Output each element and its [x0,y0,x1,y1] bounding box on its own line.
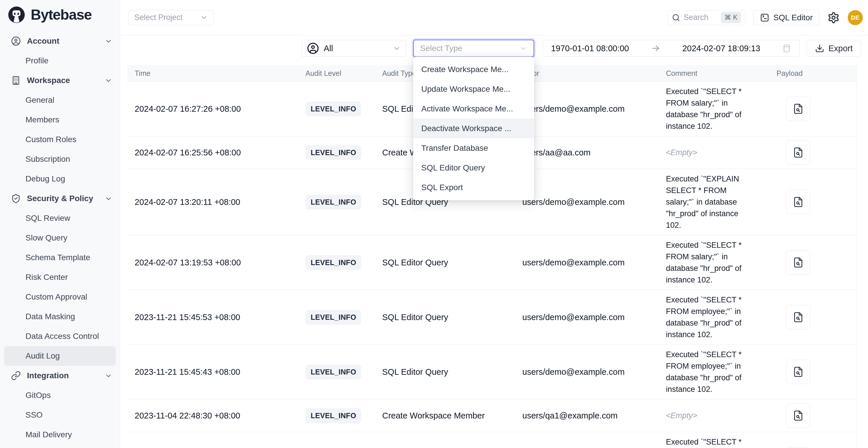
cell-time: 2023-11-21 15:45:43 +08:00 [127,367,298,377]
file-search-icon [793,147,804,158]
brand-logo[interactable]: Bytebase [0,0,120,29]
user-circle-icon [11,36,21,46]
project-select-value: Select Project [134,13,183,22]
date-from-value[interactable]: 1970-01-01 08:00:00 [551,44,629,53]
table-row[interactable]: 2023-11-21 15:45:53 +08:00 LEVEL_INFO SQ… [127,290,857,344]
sql-editor-label: SQL Editor [773,13,813,22]
sidebar-item-subscription[interactable]: Subscription [4,149,116,169]
table-row[interactable]: 2023-11-04 01:06:24 +08:00 LEVEL_INFO SQ… [127,432,857,448]
sidebar-item-custom-roles[interactable]: Custom Roles [4,130,116,149]
cell-comment: Executed `"SELECT * FROM employee;"` in … [660,349,764,395]
sidebar-section-security-policy[interactable]: Security & Policy [0,189,120,209]
topbar: Select Project Search ⌘ K SQ [120,0,868,35]
sidebar-section-label: Account [27,36,59,46]
payload-view-button[interactable] [786,140,810,165]
cell-comment: Executed `"SELECT * FROM employee;"` in … [660,294,764,340]
sidebar-item-general[interactable]: General [4,90,116,110]
cell-audit-level: LEVEL_INFO [298,255,376,270]
dropdown-option-transfer-database[interactable]: Transfer Database [413,138,534,158]
file-search-icon [793,312,804,323]
column-header-actor: Actor [515,69,660,77]
cell-actor: users/demo@example.com [515,367,660,377]
project-select[interactable]: Select Project [128,10,214,25]
gear-icon[interactable] [828,11,840,24]
file-search-icon [793,257,804,268]
table-row[interactable]: 2023-11-21 15:45:43 +08:00 LEVEL_INFO SQ… [127,344,857,399]
cell-actor: users/qa1@example.com [515,411,660,420]
sidebar-section-integration[interactable]: Integration [0,366,120,385]
search-input[interactable]: Search ⌘ K [668,10,745,25]
sidebar-item-data-access-control[interactable]: Data Access Control [4,326,116,346]
payload-view-button[interactable] [786,190,810,214]
level-badge: LEVEL_INFO [305,195,361,210]
shield-check-icon [11,194,21,203]
sidebar-section-archived[interactable]: Archived [0,445,120,448]
sidebar-item-schema-template[interactable]: Schema Template [4,248,116,267]
sidebar-item-sql-review[interactable]: SQL Review [4,209,116,228]
cell-time: 2024-02-07 16:27:26 +08:00 [127,104,298,114]
cell-payload [764,404,857,428]
date-range-picker[interactable]: 1970-01-01 08:00:00 2024-02-07 18:09:13 [542,40,800,57]
payload-view-button[interactable] [786,250,810,275]
actor-filter-select[interactable]: All [301,40,406,57]
cell-comment: Executed `"SELECT * FROM salary;"` in da… [660,239,764,286]
sidebar-item-gitops[interactable]: GitOps [4,385,116,405]
file-search-icon [793,196,804,207]
dropdown-option-update-workspace-me[interactable]: Update Workspace Me... [413,79,534,99]
export-label: Export [828,44,852,53]
sql-editor-button[interactable]: SQL Editor [753,10,819,25]
file-search-icon [793,103,804,114]
column-header-audit-level: Audit Level [298,69,376,77]
chevron-down-icon [200,13,208,22]
sidebar-item-slow-query[interactable]: Slow Query [4,228,116,248]
column-header-time: Time [127,69,298,77]
sidebar-item-data-masking[interactable]: Data Masking [4,307,116,326]
date-to-value[interactable]: 2024-02-07 18:09:13 [682,44,760,53]
building-icon [11,75,21,85]
avatar[interactable]: DE [848,10,863,25]
dropdown-option-deactivate-workspace[interactable]: Deactivate Workspace ... [413,119,534,138]
table-row[interactable]: 2024-02-07 13:19:53 +08:00 LEVEL_INFO SQ… [127,235,857,290]
table-row[interactable]: 2023-11-04 22:48:30 +08:00 LEVEL_INFO Cr… [127,399,857,432]
cell-actor: users/demo@example.com [515,104,660,114]
cell-time: 2024-02-07 13:20:11 +08:00 [127,197,298,207]
cell-audit-level: LEVEL_INFO [298,365,376,379]
payload-view-button[interactable] [786,404,810,428]
payload-view-button[interactable] [786,360,810,384]
user-circle-icon [307,42,319,55]
dropdown-option-sql-export[interactable]: SQL Export [413,178,534,197]
file-search-icon [793,366,804,377]
cell-audit-type: Create Workspace Member [376,411,515,420]
cell-audit-level: LEVEL_INFO [298,195,376,210]
cell-actor: users/demo@example.com [515,313,660,322]
sidebar-item-audit-log[interactable]: Audit Log [4,346,116,366]
cell-comment: Executed `"SELECT * FROM department;"` i… [660,436,764,448]
sidebar-item-members[interactable]: Members [4,110,116,130]
search-icon [672,13,680,22]
cell-audit-type: SQL Editor Query [376,367,515,377]
cell-audit-level: LEVEL_INFO [298,145,376,160]
dropdown-option-create-workspace-me[interactable]: Create Workspace Me... [413,60,534,79]
sidebar-nav: Account Profile Workspace GeneralMembers… [0,29,120,448]
cell-comment: Executed `"SELECT * FROM salary;"` in da… [660,86,764,132]
calendar-icon[interactable] [782,44,791,53]
cell-time: 2024-02-07 13:19:53 +08:00 [127,258,298,267]
sidebar-item-debug-log[interactable]: Debug Log [4,169,116,189]
bytebase-logo-icon [7,6,26,24]
dropdown-option-activate-workspace-me[interactable]: Activate Workspace Me... [413,99,534,119]
sidebar-section-account[interactable]: Account [0,31,120,51]
dropdown-option-sql-editor-query[interactable]: SQL Editor Query [413,158,534,178]
sidebar-item-profile[interactable]: Profile [4,51,116,71]
sidebar-item-sso[interactable]: SSO [4,405,116,425]
sidebar-item-custom-approval[interactable]: Custom Approval [4,287,116,307]
type-filter-select[interactable]: Select Type [413,40,534,57]
sidebar-item-risk-center[interactable]: Risk Center [4,267,116,287]
payload-view-button[interactable] [786,97,810,121]
chevron-down-icon [104,372,112,380]
chevron-down-icon [519,44,527,53]
sidebar-section-workspace[interactable]: Workspace [0,71,120,90]
sidebar-item-mail-delivery[interactable]: Mail Delivery [4,425,116,445]
cell-audit-level: LEVEL_INFO [298,408,376,423]
payload-view-button[interactable] [786,305,810,329]
export-button[interactable]: Export [807,40,861,57]
